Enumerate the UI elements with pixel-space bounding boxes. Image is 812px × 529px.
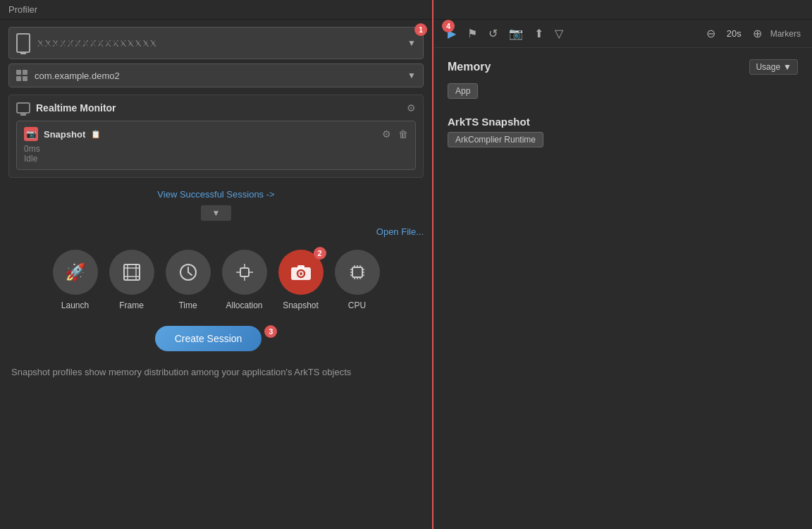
snapshot-delete-icon[interactable]: 🗑 <box>398 128 408 140</box>
left-panel: XXXXXXXXXXXXXXXX ▼ 1 com.example.demo2 ▼… <box>0 20 433 528</box>
svg-rect-8 <box>240 268 249 276</box>
device-badge: 1 <box>414 23 427 36</box>
open-file-link[interactable]: Open File... <box>376 226 424 237</box>
arkts-snapshot-section: ArkTS Snapshot ArkComplier Runtime <box>433 110 812 159</box>
create-session-button[interactable]: Create Session <box>155 326 262 351</box>
usage-dropdown-arrow: ▼ <box>783 62 792 72</box>
svg-rect-0 <box>124 264 140 280</box>
arkts-runtime-badge: ArkComplier Runtime <box>448 132 543 147</box>
app-icon <box>16 70 27 81</box>
snapshot-settings-icon[interactable]: ⚙ <box>382 128 391 140</box>
create-session-badge: 3 <box>264 325 277 338</box>
profiler-item-allocation[interactable]: Allocation <box>222 250 267 310</box>
memory-section: Memory Usage ▼ App <box>433 48 812 110</box>
description-text: Snapshot profiles show memory distributi… <box>0 360 432 391</box>
cpu-label: CPU <box>348 300 366 310</box>
usage-dropdown[interactable]: Usage ▼ <box>749 59 798 75</box>
snapshot-badge: 2 <box>314 247 326 260</box>
launch-circle: 🚀 <box>53 250 98 295</box>
snapshot-label: Snapshot <box>44 129 85 140</box>
snapshot-state: Idle <box>24 154 408 164</box>
profiler-item-time[interactable]: Time <box>166 250 211 310</box>
app-badge: App <box>448 83 478 99</box>
frame-circle <box>109 250 154 295</box>
frame-label: Frame <box>119 300 144 310</box>
profiler-item-launch[interactable]: 🚀 Launch <box>53 250 98 310</box>
camera-button[interactable]: 📷 <box>506 25 526 42</box>
filter-button[interactable]: ▽ <box>552 25 566 42</box>
device-selector[interactable]: XXXXXXXXXXXXXXXX ▼ 1 <box>8 27 424 59</box>
create-session-row: Create Session 3 <box>0 317 432 360</box>
title-bar: Profiler <box>0 0 812 20</box>
snapshot-camera-icon: 📷 <box>24 127 38 141</box>
vertical-red-line <box>432 0 433 529</box>
svg-rect-15 <box>297 265 304 269</box>
back-button[interactable]: ↺ <box>486 25 500 42</box>
realtime-monitor-title: Realtime Monitor <box>36 102 116 114</box>
export-button[interactable]: ⬆ <box>531 25 546 42</box>
realtime-settings-icon[interactable]: ⚙ <box>407 102 416 114</box>
app-dropdown-arrow: ▼ <box>407 71 416 80</box>
profiler-item-snapshot[interactable]: 2 Snapshot <box>278 250 324 310</box>
app-name: com.example.demo2 <box>35 71 402 81</box>
launch-label: Launch <box>61 300 89 310</box>
app-title: Profiler <box>8 4 37 15</box>
cpu-circle <box>335 250 380 295</box>
expand-button[interactable]: ▼ <box>201 205 232 221</box>
svg-line-7 <box>188 272 192 275</box>
device-name: XXXXXXXXXXXXXXXX <box>37 38 402 49</box>
toolbar-badge: 4 <box>442 20 455 32</box>
right-panel: 4 ▶ ⚑ ↺ 📷 ⬆ ▽ ⊖ 20s ⊕ Markers Memory Usa… <box>433 20 812 528</box>
svg-rect-17 <box>352 267 362 277</box>
time-circle <box>166 250 211 295</box>
markers-label: Markers <box>770 29 801 39</box>
snapshot-doc-icon[interactable]: 📋 <box>91 130 101 139</box>
svg-point-16 <box>300 272 302 275</box>
zoom-in-button[interactable]: ⊕ <box>750 25 765 42</box>
profiler-icons-grid: 🚀 Launch Frame <box>0 243 432 317</box>
device-icon <box>16 33 30 53</box>
usage-label: Usage <box>756 62 780 72</box>
realtime-monitor-section: Realtime Monitor ⚙ 📷 Snapshot 📋 ⚙ 🗑 <box>8 95 424 178</box>
view-sessions-link[interactable]: View Successful Sessions -> <box>0 183 432 205</box>
time-label: Time <box>178 300 197 310</box>
snapshot-time: 0ms <box>24 144 408 154</box>
app-selector[interactable]: com.example.demo2 ▼ <box>8 63 424 87</box>
flag-button[interactable]: ⚑ <box>465 25 480 42</box>
monitor-icon <box>16 102 30 114</box>
time-display: 20s <box>724 28 744 39</box>
snapshot-row: 📷 Snapshot 📋 ⚙ 🗑 0ms Idle <box>16 121 416 170</box>
memory-title: Memory <box>448 61 491 73</box>
device-dropdown-arrow: ▼ <box>407 38 416 48</box>
allocation-circle <box>222 250 267 295</box>
snapshot-icon-label: Snapshot <box>283 300 319 310</box>
allocation-label: Allocation <box>226 300 262 310</box>
arkts-snapshot-title: ArkTS Snapshot <box>448 116 798 128</box>
profiler-item-frame[interactable]: Frame <box>109 250 154 310</box>
zoom-out-button[interactable]: ⊖ <box>703 25 718 42</box>
toolbar: 4 ▶ ⚑ ↺ 📷 ⬆ ▽ ⊖ 20s ⊕ Markers <box>433 20 812 48</box>
profiler-item-cpu[interactable]: CPU <box>335 250 380 310</box>
